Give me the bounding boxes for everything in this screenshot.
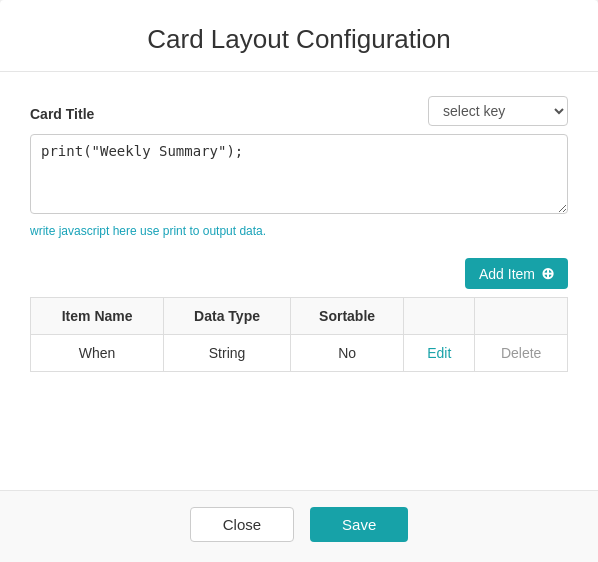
code-textarea[interactable]	[30, 134, 568, 214]
modal-title: Card Layout Configuration	[20, 24, 578, 55]
modal-container: Card Layout Configuration Card Title sel…	[0, 0, 598, 562]
card-title-group: Card Title select key write javascript h…	[30, 96, 568, 238]
col-header-name: Item Name	[31, 298, 164, 335]
col-header-delete	[475, 298, 568, 335]
table-row: When String No Edit Delete	[31, 335, 568, 372]
row-edit-button[interactable]: Edit	[404, 335, 475, 372]
hint-text: write javascript here use print to outpu…	[30, 224, 568, 238]
select-key-dropdown[interactable]: select key	[428, 96, 568, 126]
table-head: Item Name Data Type Sortable	[31, 298, 568, 335]
col-header-sortable: Sortable	[290, 298, 403, 335]
card-title-label: Card Title	[30, 100, 110, 122]
modal-header: Card Layout Configuration	[0, 0, 598, 72]
items-table: Item Name Data Type Sortable When String…	[30, 297, 568, 372]
save-button[interactable]: Save	[310, 507, 408, 542]
table-body: When String No Edit Delete	[31, 335, 568, 372]
row-delete-button[interactable]: Delete	[475, 335, 568, 372]
row-sortable: No	[290, 335, 403, 372]
add-item-button[interactable]: Add Item ⊕	[465, 258, 568, 289]
row-item-name: When	[31, 335, 164, 372]
modal-body: Card Title select key write javascript h…	[0, 72, 598, 490]
row-data-type: String	[164, 335, 291, 372]
modal-footer: Close Save	[0, 490, 598, 562]
add-item-row: Add Item ⊕	[30, 258, 568, 289]
col-header-edit	[404, 298, 475, 335]
col-header-datatype: Data Type	[164, 298, 291, 335]
table-header-row: Item Name Data Type Sortable	[31, 298, 568, 335]
close-button[interactable]: Close	[190, 507, 294, 542]
plus-icon: ⊕	[541, 264, 554, 283]
add-item-label: Add Item	[479, 266, 535, 282]
card-title-row: Card Title select key	[30, 96, 568, 126]
